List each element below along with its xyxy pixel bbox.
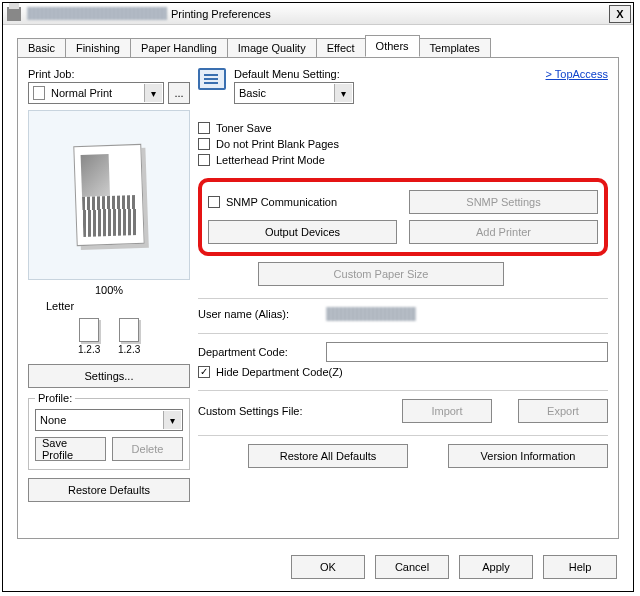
hide-dept-row[interactable]: Hide Department Code(Z) <box>198 366 608 378</box>
restore-all-defaults-button[interactable]: Restore All Defaults <box>248 444 408 468</box>
tab-others[interactable]: Others <box>365 35 420 57</box>
ok-button[interactable]: OK <box>291 555 365 579</box>
delete-profile-button[interactable]: Delete <box>112 437 183 461</box>
dept-code-label: Department Code: <box>198 346 318 358</box>
tab-image-quality[interactable]: Image Quality <box>227 38 317 58</box>
tab-bar: Basic Finishing Paper Handling Image Qua… <box>3 25 633 57</box>
tab-basic[interactable]: Basic <box>17 38 66 58</box>
divider <box>198 333 608 334</box>
default-menu-label: Default Menu Setting: <box>234 68 354 80</box>
snmp-comm-row[interactable]: SNMP Communication <box>208 190 397 214</box>
username-value-blurred <box>326 307 416 321</box>
mini-caption-1: 1.2.3 <box>78 344 100 355</box>
tab-paper-handling[interactable]: Paper Handling <box>130 38 228 58</box>
username-row: User name (Alias): <box>198 307 608 321</box>
toner-save-label: Toner Save <box>216 122 272 134</box>
titlebar: Printing Preferences X <box>3 3 633 25</box>
print-job-label: Print Job: <box>28 68 190 80</box>
divider <box>198 298 608 299</box>
divider <box>198 390 608 391</box>
toner-save-checkbox[interactable] <box>198 122 210 134</box>
dept-code-row: Department Code: <box>198 342 608 362</box>
output-devices-button[interactable]: Output Devices <box>208 220 397 244</box>
snmp-comm-checkbox[interactable] <box>208 196 220 208</box>
import-button[interactable]: Import <box>402 399 492 423</box>
chevron-down-icon <box>334 84 352 102</box>
right-column: Default Menu Setting: Basic > TopAccess … <box>198 68 608 528</box>
custom-paper-size-button[interactable]: Custom Paper Size <box>258 262 504 286</box>
page-zoom-label: 100% <box>28 284 190 296</box>
settings-icon <box>198 68 226 90</box>
default-menu-select[interactable]: Basic <box>234 82 354 104</box>
version-information-button[interactable]: Version Information <box>448 444 608 468</box>
settings-button[interactable]: Settings... <box>28 364 190 388</box>
print-job-more-button[interactable]: ... <box>168 82 190 104</box>
page-thumbnail <box>73 144 144 246</box>
dept-code-input[interactable] <box>326 342 608 362</box>
mini-page-1: 1.2.3 <box>79 318 99 342</box>
blank-pages-row[interactable]: Do not Print Blank Pages <box>198 138 608 150</box>
tab-body-others: Print Job: Normal Print ... 100% Letter … <box>17 57 619 539</box>
blank-pages-checkbox[interactable] <box>198 138 210 150</box>
cancel-button[interactable]: Cancel <box>375 555 449 579</box>
topaccess-link[interactable]: > TopAccess <box>546 68 608 80</box>
left-column: Print Job: Normal Print ... 100% Letter … <box>28 68 190 528</box>
tab-templates[interactable]: Templates <box>419 38 491 58</box>
dialog-button-bar: OK Cancel Apply Help <box>3 545 633 591</box>
printing-preferences-dialog: Printing Preferences X Basic Finishing P… <box>2 2 634 592</box>
page-size-label: Letter <box>28 300 190 312</box>
chevron-down-icon <box>144 84 162 102</box>
export-button[interactable]: Export <box>518 399 608 423</box>
highlight-box: SNMP Communication SNMP Settings Output … <box>198 178 608 256</box>
custom-settings-row: Custom Settings File: Import Export <box>198 399 608 423</box>
username-label: User name (Alias): <box>198 308 318 320</box>
help-button[interactable]: Help <box>543 555 617 579</box>
snmp-comm-label: SNMP Communication <box>226 196 337 208</box>
hide-dept-checkbox[interactable] <box>198 366 210 378</box>
titlebar-blurred-text <box>27 7 167 20</box>
close-button[interactable]: X <box>609 5 631 23</box>
profile-fieldset: Profile: None Save Profile Delete <box>28 398 190 470</box>
profile-select[interactable]: None <box>35 409 183 431</box>
toner-save-row[interactable]: Toner Save <box>198 122 608 134</box>
profile-value: None <box>40 414 66 426</box>
printer-icon <box>7 7 21 21</box>
mini-caption-2: 1.2.3 <box>118 344 140 355</box>
divider <box>198 435 608 436</box>
profile-label: Profile: <box>35 392 75 404</box>
snmp-settings-button[interactable]: SNMP Settings <box>409 190 598 214</box>
custom-settings-label: Custom Settings File: <box>198 405 328 417</box>
hide-dept-label: Hide Department Code(Z) <box>216 366 343 378</box>
document-icon <box>33 86 45 100</box>
mini-pages: 1.2.3 1.2.3 <box>28 318 190 342</box>
print-job-select[interactable]: Normal Print <box>28 82 164 104</box>
default-menu-row: Default Menu Setting: Basic > TopAccess <box>198 68 608 104</box>
print-job-value: Normal Print <box>51 87 112 99</box>
page-preview <box>28 110 190 280</box>
letterhead-label: Letterhead Print Mode <box>216 154 325 166</box>
chevron-down-icon <box>163 411 181 429</box>
window-title: Printing Preferences <box>171 8 271 20</box>
blank-pages-label: Do not Print Blank Pages <box>216 138 339 150</box>
default-menu-value: Basic <box>239 87 266 99</box>
letterhead-row[interactable]: Letterhead Print Mode <box>198 154 608 166</box>
letterhead-checkbox[interactable] <box>198 154 210 166</box>
tab-effect[interactable]: Effect <box>316 38 366 58</box>
tab-finishing[interactable]: Finishing <box>65 38 131 58</box>
restore-defaults-button[interactable]: Restore Defaults <box>28 478 190 502</box>
mini-page-2: 1.2.3 <box>119 318 139 342</box>
apply-button[interactable]: Apply <box>459 555 533 579</box>
save-profile-button[interactable]: Save Profile <box>35 437 106 461</box>
add-printer-button[interactable]: Add Printer <box>409 220 598 244</box>
